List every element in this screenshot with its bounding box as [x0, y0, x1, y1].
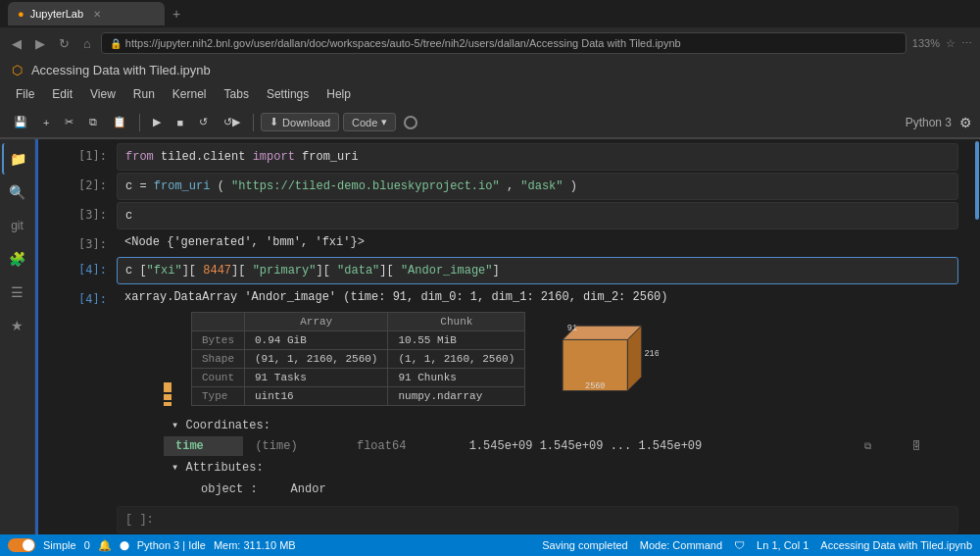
- attr-val-object: Andor: [275, 480, 342, 498]
- notebook-title: Accessing Data with Tiled.ipynb: [31, 63, 211, 77]
- restart-button[interactable]: ↺: [193, 113, 214, 131]
- col-header-chunk: Chunk: [388, 313, 525, 331]
- download-button[interactable]: ⬇ Download: [261, 113, 339, 131]
- coord-copy-icon[interactable]: ⧉: [853, 436, 900, 456]
- sidebar-icon-commands[interactable]: ☰: [2, 277, 33, 308]
- menu-tabs[interactable]: Tabs: [217, 85, 257, 103]
- cell-type-array: uint16: [245, 387, 388, 406]
- code-cell-2[interactable]: c = from_uri ( "https://tiled-demo.blues…: [117, 173, 958, 200]
- 3d-box-visual: 2560 2160 91: [541, 312, 659, 400]
- attr-key-object: object :: [185, 480, 273, 498]
- stop-button[interactable]: ■: [171, 114, 189, 131]
- notebook-area[interactable]: [1]: from tiled.client import from_uri […: [38, 139, 974, 534]
- menu-file[interactable]: File: [8, 85, 42, 103]
- sidebar-icon-extensions[interactable]: 🧩: [2, 243, 33, 275]
- cell-type-selector[interactable]: Code ▾: [343, 113, 396, 131]
- main-area: 📁 🔍 git 🧩 ☰ ★ [1]: from tiled.client: [0, 139, 980, 534]
- address-bar[interactable]: 🔒 https://jupyter.nih2.bnl.gov/user/dall…: [101, 32, 906, 54]
- xarray-table-section: Array Chunk Bytes 0.94 GiB 10.55 MiB: [164, 312, 951, 406]
- output-cell-3: <Node {'generated', 'bmm', 'fxi'}>: [117, 231, 958, 253]
- cell-content-3a[interactable]: c: [117, 202, 958, 229]
- app-title: ⬡ Accessing Data with Tiled.ipynb: [0, 59, 980, 81]
- run-button[interactable]: ▶: [147, 113, 167, 131]
- sidebar-icon-git[interactable]: git: [2, 210, 33, 241]
- cell-count-array: 91 Tasks: [245, 369, 388, 387]
- vertical-scrollbar[interactable]: [974, 139, 980, 534]
- cell-2: [2]: c = from_uri ( "https://tiled-demo.…: [38, 173, 974, 200]
- notebook-container: [1]: from tiled.client import from_uri […: [38, 139, 980, 534]
- sidebar-icon-star[interactable]: ★: [2, 310, 33, 341]
- toolbar: 💾 + ✂ ⧉ 📋 ▶ ■ ↺ ↺▶ ⬇ Download Code ▾ Pyt…: [0, 107, 980, 138]
- cell-type-label: Code: [352, 117, 377, 128]
- cut-button[interactable]: ✂: [59, 113, 79, 131]
- coordinates-header[interactable]: ▾ Coordinates:: [164, 414, 951, 436]
- cell-prompt-1: [1]:: [38, 143, 117, 171]
- nav-bar: ◀ ▶ ↻ ⌂ 🔒 https://jupyter.nih2.bnl.gov/u…: [0, 27, 980, 59]
- menu-help[interactable]: Help: [318, 85, 359, 103]
- menu-run[interactable]: Run: [125, 85, 163, 103]
- chunk-indicators: [164, 382, 172, 406]
- cell-continuation: [ ]:: [38, 506, 974, 533]
- copy-button[interactable]: ⧉: [83, 113, 103, 131]
- kernel-indicator: [404, 116, 417, 129]
- col-header-array: Array: [245, 313, 388, 331]
- code-cell-4[interactable]: c ["fxi"][ 8447][ "primary"][ "data"][ "…: [117, 257, 958, 284]
- code-cell-3[interactable]: c: [117, 202, 958, 229]
- cell-4-output: [4]: xarray.DataArray 'Andor_image' (tim…: [38, 286, 974, 504]
- attr-row-object: object : Andor: [185, 480, 342, 498]
- svg-text:2160: 2160: [645, 349, 660, 359]
- nav-right: 133% ☆ ⋯: [912, 37, 972, 50]
- cell-content-2[interactable]: c = from_uri ( "https://tiled-demo.blues…: [117, 173, 958, 200]
- cell-content-4a[interactable]: c ["fxi"][ 8447][ "primary"][ "data"][ "…: [117, 257, 958, 284]
- col-header-empty: [192, 313, 245, 331]
- simple-mode-toggle[interactable]: [8, 538, 35, 552]
- python-version: Python 3: [906, 116, 952, 129]
- attributes-table: object : Andor: [183, 479, 344, 500]
- sidebar-icon-search[interactable]: 🔍: [2, 177, 33, 208]
- menu-view[interactable]: View: [82, 85, 123, 103]
- toolbar-separator: [139, 114, 140, 131]
- cell-count-chunk: 91 Chunks: [388, 369, 525, 387]
- shield-icon: 🛡: [734, 539, 745, 551]
- home-button[interactable]: ⌂: [79, 34, 95, 53]
- jupyter-header: ⬡ Accessing Data with Tiled.ipynb File E…: [0, 59, 980, 139]
- simple-label: Simple: [43, 539, 76, 551]
- cell-prompt-2: [2]:: [38, 173, 117, 200]
- code-cell-1[interactable]: from tiled.client import from_uri: [117, 143, 958, 171]
- kernel-status-icon: ⚙: [959, 115, 972, 130]
- scroll-thumb[interactable]: [975, 141, 979, 220]
- browser-tab-active[interactable]: ● JupyterLab ✕: [8, 2, 165, 25]
- svg-text:91: 91: [567, 324, 577, 333]
- kernel-circle-icon: ⬤: [120, 540, 129, 550]
- menu-icon[interactable]: ⋯: [961, 37, 972, 50]
- cell-4-input: [4]: c ["fxi"][ 8447][ "primary"][ "data…: [38, 257, 974, 284]
- back-button[interactable]: ◀: [8, 34, 25, 53]
- new-tab-button[interactable]: +: [169, 6, 184, 22]
- kw-from: from: [125, 150, 154, 164]
- sidebar-icon-files[interactable]: 📁: [2, 143, 33, 175]
- attributes-header[interactable]: ▾ Attributes:: [164, 456, 951, 479]
- cell-content-1[interactable]: from tiled.client import from_uri: [117, 143, 958, 171]
- cell-content-3b: <Node {'generated', 'bmm', 'fxi'}>: [117, 231, 958, 255]
- jupyter-logo: ⬡: [12, 63, 23, 77]
- menu-kernel[interactable]: Kernel: [165, 85, 215, 103]
- tab-close-button[interactable]: ✕: [93, 9, 101, 20]
- toolbar-separator-2: [253, 114, 254, 131]
- cell-3-input: [3]: c: [38, 202, 974, 229]
- cell-prompt-3a: [3]:: [38, 202, 117, 229]
- code-cell-empty[interactable]: [ ]:: [117, 506, 958, 533]
- restart-run-button[interactable]: ↺▶: [218, 113, 246, 131]
- jupyterlab-app: ⬡ Accessing Data with Tiled.ipynb File E…: [0, 59, 980, 556]
- menu-settings[interactable]: Settings: [259, 85, 317, 103]
- add-cell-button[interactable]: +: [37, 114, 55, 131]
- forward-button[interactable]: ▶: [31, 34, 49, 53]
- reload-button[interactable]: ↻: [55, 34, 74, 53]
- chevron-down-icon: ▾: [381, 116, 387, 128]
- save-button[interactable]: 💾: [8, 113, 33, 131]
- memory-status: Mem: 311.10 MB: [214, 539, 296, 551]
- paste-button[interactable]: 📋: [107, 113, 132, 131]
- download-icon: ⬇: [270, 116, 278, 128]
- menu-edit[interactable]: Edit: [44, 85, 80, 103]
- lock-icon: 🔒: [110, 38, 122, 49]
- cell-type-chunk: numpy.ndarray: [388, 387, 525, 406]
